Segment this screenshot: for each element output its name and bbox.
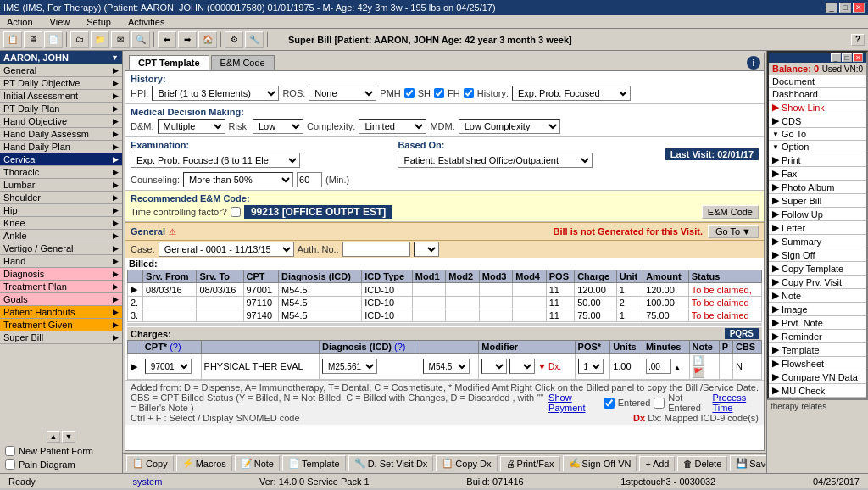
nav-item-knee[interactable]: Knee ▶ xyxy=(0,217,122,230)
tab-em-code[interactable]: E&M Code xyxy=(211,55,275,70)
inner-minimize[interactable]: _ xyxy=(831,53,841,62)
nav-item-thoracic[interactable]: Thoracic ▶ xyxy=(0,166,122,179)
nav-item-pt-daily-plan[interactable]: PT Daily Plan ▶ xyxy=(0,103,122,115)
counseling-select[interactable]: More than 50% xyxy=(183,172,293,187)
right-btn-letter[interactable]: ▶ Letter xyxy=(769,221,866,235)
right-btn-copy-prv-visit[interactable]: ▶ Copy Prv. Visit xyxy=(769,276,866,289)
right-btn-image[interactable]: ▶ Image xyxy=(769,303,866,316)
copy-button[interactable]: 📋 Copy xyxy=(126,455,174,471)
menu-activities[interactable]: Activities xyxy=(125,17,168,27)
nav-item-cervical[interactable]: Cervical ▶ xyxy=(0,153,122,166)
minimize-button[interactable]: _ xyxy=(826,3,837,13)
toolbar-btn-7[interactable]: 🔍 xyxy=(131,31,150,48)
inner-maximize[interactable]: □ xyxy=(842,53,852,62)
pain-diagram-checkbox[interactable] xyxy=(5,459,15,470)
menu-setup[interactable]: Setup xyxy=(83,17,114,27)
nav-scroll-up[interactable]: ▲ xyxy=(47,431,60,443)
note-button[interactable]: 📝 Note xyxy=(235,455,280,471)
go-to-button[interactable]: Go To ▼ xyxy=(708,225,759,238)
nav-item-hand[interactable]: Hand ▶ xyxy=(0,255,122,268)
auth-select[interactable] xyxy=(414,242,439,257)
right-btn-template[interactable]: ▶ Template xyxy=(769,343,866,357)
table-row[interactable]: 2. 97110 M54.5 ICD-10 11 xyxy=(128,297,762,309)
right-btn-dashboard[interactable]: Dashboard xyxy=(769,88,866,101)
show-payment-link[interactable]: Show Payment xyxy=(548,393,600,413)
right-btn-super-bill[interactable]: ▶ Super Bill xyxy=(769,194,866,208)
toolbar-btn-6[interactable]: ✉ xyxy=(111,31,130,48)
print-fax-button[interactable]: 🖨 Print/Fax xyxy=(500,456,560,471)
minutes-input[interactable] xyxy=(297,172,322,187)
save-button[interactable]: 💾 Save xyxy=(730,455,766,471)
copy-dx-button[interactable]: 📋 Copy Dx xyxy=(436,455,497,471)
nav-item-initial-assessment[interactable]: Initial Assessment ▶ xyxy=(0,90,122,103)
menu-view[interactable]: View xyxy=(47,17,74,27)
toolbar-btn-9[interactable]: ➡ xyxy=(178,31,197,48)
nav-item-hand-objective[interactable]: Hand Objective ▶ xyxy=(0,115,122,128)
table-row[interactable]: ▶ 08/03/16 08/03/16 97001 M54.5 ICD-10 xyxy=(128,283,762,297)
right-btn-note[interactable]: ▶ Note xyxy=(769,289,866,303)
auth-input[interactable] xyxy=(342,242,410,257)
add-button[interactable]: + Add xyxy=(639,456,675,471)
inner-close[interactable]: ✕ xyxy=(853,53,863,62)
charges-cpt-select[interactable]: 97001 xyxy=(145,359,192,374)
hpi-select[interactable]: Brief (1 to 3 Elements) xyxy=(152,86,279,101)
time-controlling-checkbox[interactable] xyxy=(231,207,241,217)
maximize-button[interactable]: □ xyxy=(839,3,851,13)
nav-item-general[interactable]: General ▶ xyxy=(0,64,122,77)
charges-row[interactable]: ▶ 97001 PHYSICAL THER EVAL M25.561 xyxy=(128,354,762,380)
right-btn-cds[interactable]: ▶ CDS xyxy=(769,114,866,128)
nav-item-goals[interactable]: Goals ▶ xyxy=(0,293,122,306)
info-icon[interactable]: i xyxy=(747,56,760,70)
nav-item-diagnosis[interactable]: Diagnosis ▶ xyxy=(0,268,122,281)
nav-item-pt-daily-obj[interactable]: PT Daily Objective ▶ xyxy=(0,77,122,90)
toolbar-btn-11[interactable]: ⚙ xyxy=(225,31,243,48)
nav-item-hand-daily-plan[interactable]: Hand Daily Plan ▶ xyxy=(0,141,122,153)
risk-select[interactable]: Low xyxy=(253,119,303,134)
right-btn-copy-template[interactable]: ▶ Copy Template xyxy=(769,262,866,276)
nav-scroll-down[interactable]: ▼ xyxy=(62,431,75,443)
charges-modifier-select2[interactable] xyxy=(509,359,535,374)
right-btn-fax[interactable]: ▶ Fax xyxy=(769,167,866,181)
note-flag-btn[interactable]: 🚩 xyxy=(693,366,704,378)
right-btn-reminder[interactable]: ▶ Reminder xyxy=(769,330,866,343)
toolbar-btn-5[interactable]: 📁 xyxy=(91,31,109,48)
right-btn-option[interactable]: ▼ Option xyxy=(769,141,866,153)
delete-button[interactable]: 🗑 Delete xyxy=(677,456,727,471)
fh-checkbox[interactable] xyxy=(464,88,474,98)
right-btn-flowsheet[interactable]: ▶ Flowsheet xyxy=(769,357,866,370)
entered-checkbox[interactable] xyxy=(604,398,615,409)
toolbar-btn-3[interactable]: 📄 xyxy=(44,31,63,48)
right-btn-prvt-note[interactable]: ▶ Prvt. Note xyxy=(769,316,866,330)
sh-checkbox[interactable] xyxy=(434,88,444,98)
exam-select[interactable]: Exp. Prob. Focused (6 to 11 Ele. xyxy=(131,153,300,168)
new-patient-form-checkbox[interactable] xyxy=(5,446,15,456)
nav-item-patient-handouts[interactable]: Patient Handouts ▶ xyxy=(0,306,122,319)
right-btn-photo-album[interactable]: ▶ Photo Album xyxy=(769,181,866,194)
charges-minutes-input[interactable] xyxy=(646,359,671,374)
right-btn-go-to[interactable]: ▼ Go To xyxy=(769,128,866,141)
nav-item-vertigo[interactable]: Vertigo / General ▶ xyxy=(0,242,122,255)
note-icon-btn[interactable]: 📄 xyxy=(693,354,704,366)
toolbar-btn-1[interactable]: 📋 xyxy=(3,31,22,48)
pain-diagram-check[interactable]: Pain Diagram xyxy=(2,458,120,471)
right-btn-document[interactable]: Document xyxy=(769,75,866,88)
tab-cpt-template[interactable]: CPT Template xyxy=(129,55,209,70)
pmh-checkbox[interactable] xyxy=(404,88,415,98)
based-on-select[interactable]: Patient: Established Office/Outpatient xyxy=(398,153,593,168)
nav-item-treatment-plan[interactable]: Treatment Plan ▶ xyxy=(0,281,122,293)
right-btn-summary[interactable]: ▶ Summary xyxy=(769,235,866,248)
right-btn-follow-up[interactable]: ▶ Follow Up xyxy=(769,208,866,221)
toolbar-btn-10[interactable]: 🏠 xyxy=(198,31,217,48)
menu-action[interactable]: Action xyxy=(3,17,36,27)
nav-item-hand-daily-assessm[interactable]: Hand Daily Assessm ▶ xyxy=(0,128,122,141)
template-button[interactable]: 📄 Template xyxy=(282,455,346,471)
nav-item-lumbar[interactable]: Lumbar ▶ xyxy=(0,179,122,192)
toolbar-btn-8[interactable]: ⬅ xyxy=(158,31,176,48)
dm-select[interactable]: Multiple xyxy=(158,119,225,134)
table-row[interactable]: 3. 97140 M54.5 ICD-10 11 xyxy=(128,309,762,322)
nav-item-treatment-given[interactable]: Treatment Given ▶ xyxy=(0,319,122,331)
charges-modifier-select1[interactable] xyxy=(481,359,507,374)
toolbar-btn-2[interactable]: 🖥 xyxy=(24,31,42,48)
nav-item-super-bill[interactable]: Super Bill ▶ xyxy=(0,331,122,344)
help-button[interactable]: ? xyxy=(851,34,865,46)
